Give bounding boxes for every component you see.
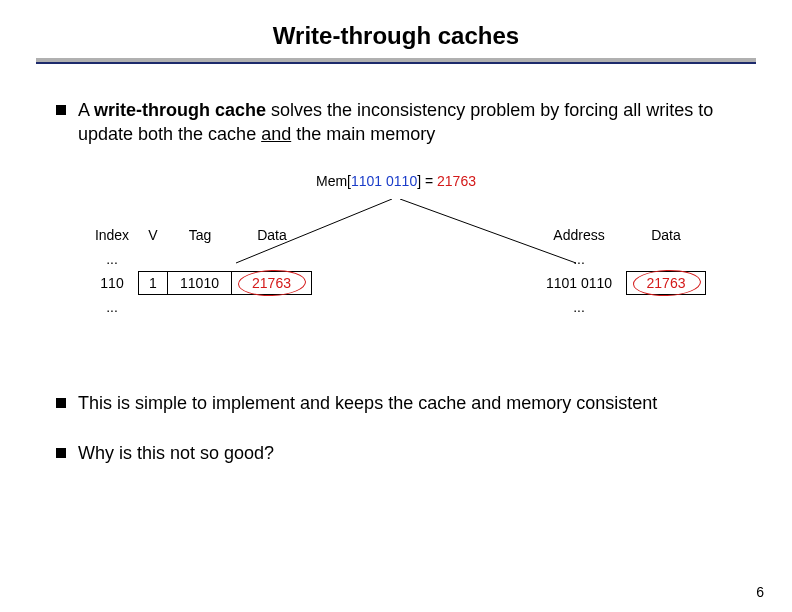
bullet-1-text: A write-through cache solves the inconsi…	[78, 98, 736, 147]
mem-expression: Mem[1101 0110] = 21763	[56, 173, 736, 189]
title-rule-shadow	[36, 58, 756, 62]
cache-row-data: 21763	[232, 271, 312, 295]
cache-row-v: 1	[138, 271, 168, 295]
cache-row-ellipsis-bottom: ...	[86, 295, 312, 319]
memory-row-ellipsis-top: ...	[532, 247, 706, 271]
bullet-1: A write-through cache solves the inconsi…	[56, 98, 736, 147]
cache-hdr-v: V	[138, 227, 168, 243]
memory-header: Address Data	[532, 223, 706, 247]
page-number: 6	[756, 584, 764, 600]
page-title: Write-through caches	[0, 22, 792, 50]
memory-hdr-data: Data	[626, 227, 706, 243]
cache-row-tag: 11010	[168, 271, 232, 295]
bullet-square-icon	[56, 105, 66, 115]
cache-row-ellipsis-top: ...	[86, 247, 312, 271]
bullet-square-icon	[56, 398, 66, 408]
memory-hdr-address: Address	[532, 227, 626, 243]
cache-table: Index V Tag Data ... 110 1 11010 21763 .…	[86, 223, 312, 319]
memory-row-data: 21763	[626, 271, 706, 295]
cache-memory-diagram: Index V Tag Data ... 110 1 11010 21763 .…	[86, 199, 706, 339]
cache-hdr-index: Index	[86, 227, 138, 243]
bullet-3: Why is this not so good?	[56, 441, 736, 465]
memory-row-address: 1101 0110	[532, 275, 626, 291]
cache-header: Index V Tag Data	[86, 223, 312, 247]
bullet-square-icon	[56, 448, 66, 458]
mem-value: 21763	[437, 173, 476, 189]
mem-address: 1101 0110	[351, 173, 417, 189]
cache-row: 110 1 11010 21763	[86, 271, 312, 295]
memory-table: Address Data ... 1101 0110 21763 ...	[532, 223, 706, 319]
cache-row-index: 110	[86, 275, 138, 291]
bullet-3-text: Why is this not so good?	[78, 441, 274, 465]
memory-row-ellipsis-bottom: ...	[532, 295, 706, 319]
bullet-2-text: This is simple to implement and keeps th…	[78, 391, 657, 415]
bullet-2: This is simple to implement and keeps th…	[56, 391, 736, 415]
cache-hdr-data: Data	[232, 227, 312, 243]
memory-row: 1101 0110 21763	[532, 271, 706, 295]
cache-hdr-tag: Tag	[168, 227, 232, 243]
